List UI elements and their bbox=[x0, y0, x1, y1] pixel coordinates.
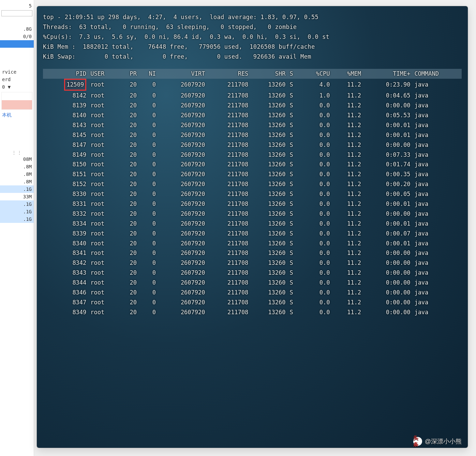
cell-shr: 13260 bbox=[250, 179, 287, 189]
cell-user: root bbox=[88, 209, 119, 219]
cell-s: S bbox=[288, 229, 301, 239]
cell-cpu: 0.0 bbox=[301, 307, 332, 317]
cell-s: S bbox=[288, 91, 301, 101]
cell-mem: 11.2 bbox=[332, 150, 363, 160]
cell-s: S bbox=[288, 179, 301, 189]
cell-s: S bbox=[288, 239, 301, 248]
cell-pid: 8332 bbox=[43, 209, 88, 219]
cell-shr: 13260 bbox=[250, 258, 287, 268]
cell-virt: 2607920 bbox=[158, 120, 207, 130]
cell-ni: 0 bbox=[139, 159, 158, 169]
table-row[interactable]: 8346root200260792021170813260S0.011.20:0… bbox=[43, 288, 462, 298]
cell-mem: 11.2 bbox=[332, 248, 363, 258]
cell-shr: 13260 bbox=[250, 91, 287, 101]
cell-time: 0:00.01 bbox=[363, 120, 413, 130]
table-row[interactable]: 8140root200260792021170813260S0.011.20:0… bbox=[43, 110, 462, 120]
table-row[interactable]: 8143root200260792021170813260S0.011.20:0… bbox=[43, 120, 462, 130]
cell-time: 0:00.05 bbox=[363, 189, 413, 199]
sidebar-host-link[interactable]: 本机 bbox=[0, 111, 34, 119]
cell-res: 211708 bbox=[207, 159, 251, 169]
cell-cmd: java bbox=[412, 140, 462, 150]
cell-pid: 8150 bbox=[43, 159, 88, 169]
terminal-window[interactable]: top - 21:09:51 up 298 days, 4:27, 4 user… bbox=[37, 6, 468, 448]
cell-pr: 20 bbox=[120, 101, 139, 110]
table-row[interactable]: 8150root200260792021170813260S0.011.20:0… bbox=[43, 159, 462, 169]
table-row[interactable]: 8142root200260792021170813260S1.011.20:0… bbox=[43, 91, 462, 101]
pid-highlight-box: 12509 bbox=[64, 79, 86, 91]
cell-time: 0:00.00 bbox=[363, 258, 413, 268]
cell-pid: 8331 bbox=[43, 199, 88, 209]
cell-mem: 11.2 bbox=[332, 288, 363, 298]
summary-line-cpu: %Cpu(s): 7.3 us, 5.6 sy, 0.0 ni, 86.4 id… bbox=[43, 32, 462, 42]
cell-shr: 13260 bbox=[250, 120, 287, 130]
cell-cpu: 0.0 bbox=[301, 278, 332, 288]
table-row[interactable]: 8341root200260792021170813260S0.011.20:0… bbox=[43, 248, 462, 258]
cell-mem: 11.2 bbox=[332, 79, 363, 91]
sidebar-size-item: .1G bbox=[0, 185, 34, 193]
cell-shr: 13260 bbox=[250, 169, 287, 179]
cell-s: S bbox=[288, 298, 301, 307]
table-row[interactable]: 8344root200260792021170813260S0.011.20:0… bbox=[43, 278, 462, 288]
table-row[interactable]: 8349root200260792021170813260S0.011.20:0… bbox=[43, 307, 462, 317]
cell-s: S bbox=[288, 140, 301, 150]
table-row[interactable]: 8152root200260792021170813260S0.011.20:0… bbox=[43, 179, 462, 189]
summary-line-swap: KiB Swap: 0 total, 0 free, 0 used. 92663… bbox=[43, 52, 462, 62]
cell-cmd: java bbox=[412, 199, 462, 209]
cell-pid: 8334 bbox=[43, 219, 88, 229]
cell-pid: 8344 bbox=[43, 278, 88, 288]
cell-shr: 13260 bbox=[250, 79, 287, 91]
cell-pr: 20 bbox=[120, 239, 139, 248]
table-row[interactable]: 8343root200260792021170813260S0.011.20:0… bbox=[43, 268, 462, 278]
table-row[interactable]: 12509root200260792021170813260S4.011.20:… bbox=[43, 79, 462, 91]
cell-ni: 0 bbox=[139, 268, 158, 278]
sidebar-dropdown[interactable]: 0 bbox=[0, 83, 34, 91]
cell-time: 0:00.20 bbox=[363, 179, 413, 189]
cell-ni: 0 bbox=[139, 239, 158, 248]
cell-s: S bbox=[288, 268, 301, 278]
cell-res: 211708 bbox=[207, 179, 251, 189]
table-row[interactable]: 8340root200260792021170813260S0.011.20:0… bbox=[43, 239, 462, 248]
cell-cpu: 0.0 bbox=[301, 268, 332, 278]
table-row[interactable]: 8342root200260792021170813260S0.011.20:0… bbox=[43, 258, 462, 268]
sidebar-ratio: 0/0 bbox=[0, 33, 34, 40]
table-row[interactable]: 8147root200260792021170813260S0.011.20:0… bbox=[43, 140, 462, 150]
cell-pid: 8346 bbox=[43, 288, 88, 298]
cell-mem: 11.2 bbox=[332, 307, 363, 317]
cell-s: S bbox=[288, 120, 301, 130]
cell-s: S bbox=[288, 130, 301, 140]
cell-res: 211708 bbox=[207, 239, 251, 248]
table-row[interactable]: 8331root200260792021170813260S0.011.20:0… bbox=[43, 199, 462, 209]
col-user: USER bbox=[88, 69, 119, 79]
cell-user: root bbox=[88, 189, 119, 199]
col-res: RES bbox=[207, 69, 251, 79]
table-row[interactable]: 8334root200260792021170813260S0.011.20:0… bbox=[43, 219, 462, 229]
sidebar-selected[interactable] bbox=[0, 40, 34, 48]
cell-pid: 8152 bbox=[43, 179, 88, 189]
cell-pid: 8139 bbox=[43, 101, 88, 110]
cell-pid: 8142 bbox=[43, 91, 88, 101]
cell-cmd: java bbox=[412, 130, 462, 140]
table-row[interactable]: 8339root200260792021170813260S0.011.20:0… bbox=[43, 229, 462, 239]
table-row[interactable]: 8347root200260792021170813260S0.011.20:0… bbox=[43, 298, 462, 307]
table-row[interactable]: 8149root200260792021170813260S0.011.20:0… bbox=[43, 150, 462, 160]
table-row[interactable]: 8139root200260792021170813260S0.011.20:0… bbox=[43, 101, 462, 110]
cell-virt: 2607920 bbox=[158, 229, 207, 239]
table-row[interactable]: 8145root200260792021170813260S0.011.20:0… bbox=[43, 130, 462, 140]
cell-mem: 11.2 bbox=[332, 130, 363, 140]
cell-virt: 2607920 bbox=[158, 110, 207, 120]
cell-res: 211708 bbox=[207, 189, 251, 199]
cell-mem: 11.2 bbox=[332, 189, 363, 199]
cell-time: 0:01.74 bbox=[363, 159, 413, 169]
sidebar-input[interactable] bbox=[1, 10, 32, 16]
cell-pid: 8330 bbox=[43, 189, 88, 199]
sidebar-dots: ⋮⋮ bbox=[0, 150, 34, 155]
cell-virt: 2607920 bbox=[158, 199, 207, 209]
cell-user: root bbox=[88, 169, 119, 179]
table-row[interactable]: 8330root200260792021170813260S0.011.20:0… bbox=[43, 189, 462, 199]
table-row[interactable]: 8332root200260792021170813260S0.011.20:0… bbox=[43, 209, 462, 219]
cell-s: S bbox=[288, 258, 301, 268]
table-row[interactable]: 8151root200260792021170813260S0.011.20:0… bbox=[43, 169, 462, 179]
cell-cmd: java bbox=[412, 307, 462, 317]
cell-shr: 13260 bbox=[250, 101, 287, 110]
cell-pr: 20 bbox=[120, 150, 139, 160]
